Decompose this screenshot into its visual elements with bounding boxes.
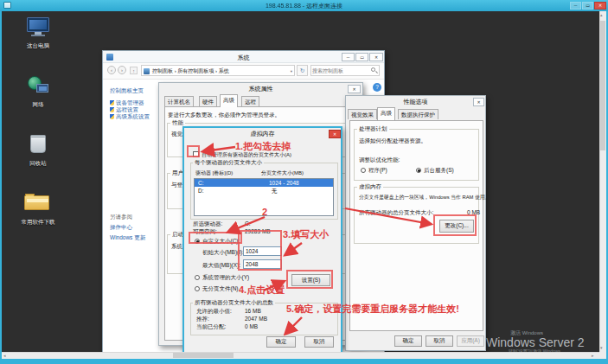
annotation-text-step3: 3.填写大小 — [283, 228, 329, 241]
desktop-icon-network[interactable] — [26, 76, 50, 97]
help-icon[interactable]: ? — [373, 83, 381, 92]
tab-dep[interactable]: 数据执行保护 — [398, 109, 438, 119]
radio-programs-label[interactable]: 程序(P) — [368, 167, 387, 173]
desktop-icon-label[interactable]: 这台电脑 — [7, 42, 69, 50]
search-input[interactable] — [312, 67, 369, 74]
processor-scheduling-label: 处理器计划 — [357, 125, 389, 133]
performance-options-close-icon[interactable]: ✕ — [473, 98, 484, 106]
annotation-text-step1: 1.把勾选去掉 — [235, 140, 291, 153]
column-drive: 驱动器 [卷标](D) — [195, 170, 233, 176]
radio-no-paging[interactable] — [195, 286, 200, 291]
system-close-button[interactable]: ✕ — [369, 53, 383, 61]
totals-group-label: 所有驱动器分页文件大小的总数 — [193, 299, 275, 307]
up-button[interactable]: ↑ — [130, 67, 138, 74]
min-allowed-value: 16 MB — [245, 308, 261, 314]
drive-row-c[interactable]: C: 1024 - 2048 — [195, 179, 333, 187]
system-properties-title[interactable]: 系统属性 — [159, 85, 362, 93]
rdp-close-button[interactable]: ✕ — [594, 2, 606, 10]
allocated-label: 当前已分配: — [196, 323, 226, 329]
scroll-right-icon[interactable]: ▸ — [592, 353, 594, 358]
back-button[interactable]: ‹ — [107, 66, 116, 74]
virtual-memory-close-icon[interactable]: ✕ — [329, 130, 341, 138]
search-box — [310, 65, 380, 76]
system-maximize-button[interactable]: ▭ — [355, 53, 368, 61]
performance-options-title[interactable]: 性能选项 — [346, 98, 485, 106]
radio-programs[interactable] — [361, 168, 366, 173]
rdp-maximize-button[interactable]: ▭ — [582, 2, 593, 10]
this-pc-icon — [27, 17, 49, 32]
vertical-scroll-thumb[interactable] — [600, 21, 605, 150]
sidebar-item-remote-settings[interactable]: 远程设置 — [116, 106, 138, 112]
sidebar-item-control-panel-home[interactable]: 控制面板主页 — [110, 87, 144, 93]
po-apply-button[interactable]: 应用(A) — [457, 335, 484, 347]
sidebar-item-windows-update[interactable]: Windows 更新 — [110, 234, 145, 240]
scroll-down-icon[interactable]: ▾ — [600, 345, 603, 350]
radio-system-managed-label[interactable]: 系统管理的大小(Y) — [202, 274, 249, 280]
recommended-label: 推荐: — [196, 316, 209, 322]
location-icon — [144, 68, 150, 74]
tab-advanced[interactable]: 高级 — [220, 94, 238, 107]
refresh-button[interactable]: ↻ — [297, 65, 308, 76]
system-window-titlebar[interactable]: 系统 ─ ▭ ✕ — [103, 51, 384, 63]
processor-desc: 选择如何分配处理器资源。 — [359, 137, 426, 144]
network-monitor-icon — [36, 84, 48, 93]
radio-system-managed[interactable] — [195, 275, 200, 280]
annotation-box-step3 — [238, 230, 282, 271]
sidebar-item-device-manager[interactable]: 设备管理器 — [116, 99, 144, 105]
auto-manage-label[interactable]: 自动管理所有驱动器的分页文件大小(A) — [202, 152, 291, 158]
radio-no-paging-label[interactable]: 无分页文件(N) — [202, 285, 239, 291]
rdp-minimize-button[interactable]: ─ — [570, 2, 581, 10]
horizontal-scroll-thumb[interactable] — [173, 353, 234, 358]
folder-icon — [24, 195, 49, 210]
see-also-heading: 另请参阅 — [110, 214, 132, 220]
scroll-up-icon[interactable]: ▴ — [600, 12, 603, 17]
po-ok-button[interactable]: 确定 — [394, 335, 422, 347]
virtual-memory-group-label: 虚拟内存 — [357, 183, 383, 191]
tab-remote[interactable]: 远程 — [241, 96, 259, 106]
desktop-icon-label[interactable]: 常用软件下载 — [3, 219, 73, 227]
tab-hardware[interactable]: 硬件 — [199, 96, 217, 106]
uac-shield-icon — [110, 100, 114, 105]
search-icon[interactable] — [371, 67, 375, 72]
desktop-icon-label[interactable]: 网络 — [7, 101, 69, 109]
drive-name: D: — [198, 188, 204, 194]
chevron-down-icon[interactable]: ▾ — [291, 69, 292, 73]
tab-po-advanced[interactable]: 高级 — [377, 107, 395, 120]
desktop-icon-software-folder[interactable] — [24, 193, 50, 214]
rdp-icon — [3, 2, 11, 9]
paging-file-desc: 分页文件是硬盘上的一块区域，Windows 当作 RAM 使用。 — [359, 195, 490, 201]
sidebar-item-action-center[interactable]: 操作中心 — [110, 224, 132, 230]
desktop-icon-this-pc[interactable] — [26, 17, 50, 38]
scroll-left-icon[interactable]: ◂ — [3, 353, 6, 358]
drives-group-label: 每个驱动器的分页文件大小 — [193, 159, 264, 167]
tab-visual-effects[interactable]: 视觉效果 — [348, 109, 377, 119]
po-cancel-button[interactable]: 取消 — [426, 335, 453, 347]
rdp-title-host: 198.45.81.88 — [266, 3, 301, 9]
uac-shield-icon — [110, 107, 114, 112]
radio-background-services-label[interactable]: 后台服务(S) — [424, 167, 454, 173]
desktop-icon-recycle-bin[interactable] — [29, 134, 48, 156]
selected-drive-label: 所选驱动器: — [193, 220, 222, 227]
min-allowed-label: 允许的最小值: — [196, 308, 232, 314]
breadcrumb[interactable]: 控制面板 › 所有控制面板项 › 系统 — [152, 68, 229, 74]
drive-size: 无 — [272, 188, 278, 195]
desktop-icon-label[interactable]: 回收站 — [7, 160, 69, 168]
tab-computer-name[interactable]: 计算机名 — [164, 96, 194, 106]
radio-background-services[interactable] — [416, 168, 421, 173]
system-minimize-button[interactable]: ─ — [342, 53, 355, 61]
selected-drive-value: C: — [245, 220, 251, 227]
vm-cancel-button[interactable]: 取消 — [304, 336, 334, 348]
annotation-text-step5: 5.确定，设置完需要重启服务器才能生效! — [286, 303, 459, 316]
address-bar[interactable]: 控制面板 › 所有控制面板项 › 系统 ▾ — [141, 65, 295, 76]
vm-ok-button[interactable]: 确定 — [266, 336, 296, 348]
rdp-titlebar[interactable]: 198.45.81.88 - 远程桌面连接 — [0, 0, 608, 11]
drive-row-d[interactable]: D: 无 — [195, 187, 333, 195]
forward-button[interactable]: › — [118, 66, 126, 74]
virtual-memory-title[interactable]: 虚拟内存 — [184, 130, 341, 138]
watermark-line-main: Windows Server 2 — [486, 335, 585, 349]
system-properties-close-icon[interactable]: ✕ — [348, 85, 361, 93]
horizontal-scrollbar[interactable] — [2, 352, 599, 359]
sidebar-item-advanced-system-settings[interactable]: 高级系统设置 — [116, 113, 150, 119]
drive-name: C: — [198, 180, 204, 186]
rdp-border-left — [0, 11, 2, 364]
